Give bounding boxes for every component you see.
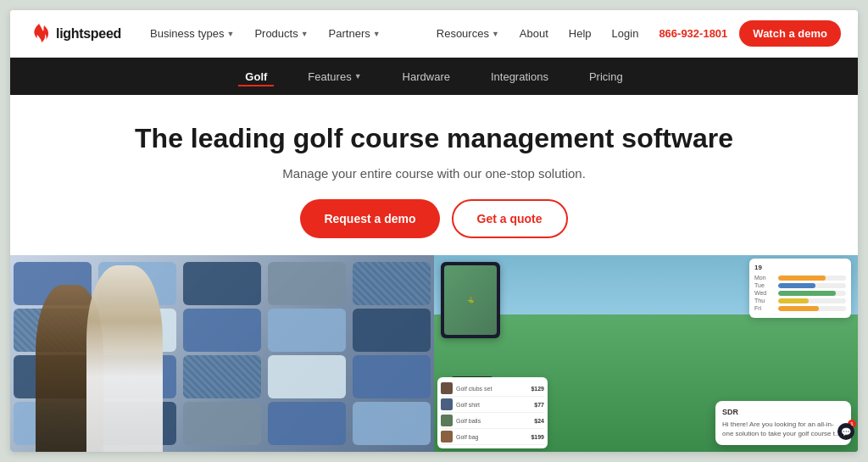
watch-demo-button[interactable]: Watch a demo <box>739 20 841 47</box>
bar-row-1: Mon <box>754 275 846 281</box>
get-quote-button[interactable]: Get a quote <box>452 199 568 238</box>
dashboard-title: 19 <box>754 264 846 271</box>
hero-subtitle: Manage your entire course with our one-s… <box>27 166 841 181</box>
person-silhouette-2 <box>86 265 163 452</box>
top-navigation: lightspeed Business types ▼ Products ▼ P… <box>10 10 858 58</box>
top-nav-left: Business types ▼ Products ▼ Partners ▼ <box>142 22 428 45</box>
nav-products[interactable]: Products ▼ <box>246 22 316 45</box>
sec-nav-pricing[interactable]: Pricing <box>582 67 630 86</box>
nav-help[interactable]: Help <box>560 22 600 45</box>
tablet-screen: ⛳ <box>444 265 497 335</box>
sec-nav-hardware[interactable]: Hardware <box>396 67 457 86</box>
hero-buttons: Request a demo Get a quote <box>27 199 841 238</box>
chevron-down-icon: ▼ <box>226 30 234 38</box>
sec-nav-integrations[interactable]: Integrations <box>484 67 555 86</box>
chevron-down-icon: ▼ <box>301 30 309 38</box>
hero-image-section: ⛳ $77.32 19 Mon <box>10 255 858 452</box>
top-nav-right: Resources ▼ About Help Login 866-932-180… <box>428 20 841 47</box>
tablet-device: ⛳ <box>441 262 500 338</box>
nav-login[interactable]: Login <box>604 22 648 45</box>
phone-number[interactable]: 866-932-1801 <box>650 22 736 45</box>
chat-header: SDR <box>722 408 844 416</box>
chevron-down-icon: ▼ <box>354 72 362 81</box>
chat-bubble-icon[interactable]: 💬 <box>837 423 854 440</box>
chat-widget[interactable]: SDR Hi there! Are you looking for an all… <box>715 401 851 445</box>
sec-nav-features[interactable]: Features ▼ <box>301 67 368 86</box>
sec-nav-golf[interactable]: Golf <box>238 67 274 86</box>
chevron-down-icon: ▼ <box>492 30 499 38</box>
nav-about[interactable]: About <box>511 22 557 45</box>
bar-row-2: Tue <box>754 282 846 288</box>
logo-text: lightspeed <box>56 26 121 42</box>
dashboard-panel: ⛳ $77.32 19 Mon <box>434 255 858 452</box>
secondary-navigation: Golf Features ▼ Hardware Integrations Pr… <box>10 58 858 95</box>
data-table-card: Golf clubs set $129 Golf shirt $77 Golf … <box>437 377 548 448</box>
clothing-store-panel <box>10 255 434 452</box>
request-demo-button[interactable]: Request a demo <box>300 199 439 238</box>
chevron-down-icon: ▼ <box>373 30 381 38</box>
nav-business-types[interactable]: Business types ▼ <box>142 22 242 45</box>
chat-text: Hi there! Are you looking for an all-in-… <box>722 420 844 438</box>
logo-icon <box>27 22 51 46</box>
bar-row-3: Wed <box>754 290 846 296</box>
nav-partners[interactable]: Partners ▼ <box>320 22 389 45</box>
hero-image-bg: ⛳ $77.32 19 Mon <box>10 255 858 452</box>
logo[interactable]: lightspeed <box>27 22 121 46</box>
hero-title: The leading golf course management softw… <box>27 122 841 154</box>
dashboard-card: 19 Mon Tue Wed <box>749 259 851 318</box>
bar-row-5: Fri <box>754 305 846 311</box>
bar-row-4: Thu <box>754 298 846 303</box>
nav-resources[interactable]: Resources ▼ <box>428 22 508 45</box>
hero-section: The leading golf course management softw… <box>10 95 858 255</box>
